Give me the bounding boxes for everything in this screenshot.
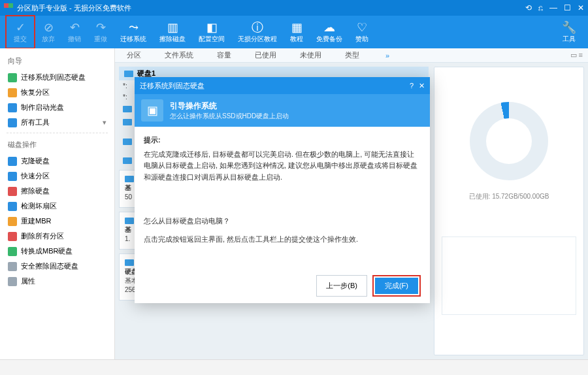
answer-text: 点击完成按钮返回主界面, 然后点击工具栏上的提交使这个操作生效.	[144, 234, 421, 246]
sidebar-item-badsector[interactable]: 检测坏扇区	[0, 199, 114, 214]
dialog-close-icon[interactable]: ✕	[419, 82, 425, 90]
dialog-body: 提示: 在完成克隆或迁移后, 目标硬盘都可以完美启动. 但在极少数的电脑上, 可…	[135, 127, 430, 269]
hint-label: 提示:	[144, 135, 421, 146]
dialog-help-icon[interactable]: ?	[410, 82, 414, 90]
sidebar-item-quickpart[interactable]: 快速分区	[0, 169, 114, 184]
close-icon[interactable]: ✕	[578, 3, 584, 12]
undo-button[interactable]: ↶撤销	[61, 17, 88, 47]
app-logo	[4, 3, 13, 12]
sidebar-item-recover[interactable]: 恢复分区	[0, 85, 114, 100]
discard-button[interactable]: ⊘放弃	[35, 17, 61, 47]
sidebar-item-wipe[interactable]: 擦除硬盘	[0, 184, 114, 199]
backup-button[interactable]: ☁免费备份	[310, 17, 349, 47]
sidebar-item-convertmbr[interactable]: 转换成MBR硬盘	[0, 244, 114, 259]
title-bar: 分区助手专业版 - 无损分区免费软件 ⟲ ⎌ — ☐ ✕	[0, 0, 588, 16]
dialog-titlebar: 迁移系统到固态硬盘 ? ✕	[135, 77, 430, 94]
donate-button[interactable]: ♡赞助	[349, 17, 375, 47]
window-controls: ⟲ ⎌ — ☐ ✕	[525, 3, 584, 12]
prev-button[interactable]: 上一步(B)	[316, 275, 367, 297]
window-title: 分区助手专业版 - 无损分区免费软件	[17, 3, 131, 13]
minimize-icon[interactable]: —	[549, 3, 557, 12]
sidebar-item-rebuildmbr[interactable]: 重建MBR	[0, 214, 114, 229]
refresh-icon[interactable]: ⟲	[525, 3, 532, 12]
migrate-button[interactable]: ⤳迁移系统	[114, 17, 153, 47]
wipe-button[interactable]: ▥擦除磁盘	[153, 17, 192, 47]
sidebar: 向导 迁移系统到固态硬盘 恢复分区 制作启动光盘 所有工具▾ 磁盘操作 克隆硬盘…	[0, 48, 115, 359]
redo-button[interactable]: ↷重做	[88, 17, 114, 47]
question-text: 怎么从目标硬盘启动电脑？	[144, 216, 421, 227]
usage-text: 已使用: 15.72GB/500.00GB	[469, 192, 549, 201]
tutorial-button[interactable]: ⓘ无损分区教程	[231, 17, 284, 47]
status-bar	[0, 359, 588, 375]
sidebar-wizard-head: 向导	[0, 52, 114, 70]
sidebar-item-alltools[interactable]: 所有工具▾	[0, 115, 114, 130]
more-columns-icon[interactable]: »	[374, 52, 401, 59]
usage-panel: 已使用: 15.72GB/500.00GB	[434, 67, 584, 355]
lock-icon[interactable]: ⎌	[538, 3, 543, 12]
hint-text: 在完成克隆或迁移后, 目标硬盘都可以完美启动. 但在极少数的电脑上, 可能无法直…	[144, 149, 421, 184]
sidebar-item-properties[interactable]: 属性	[0, 274, 114, 289]
dialog-footer: 上一步(B) 完成(F)	[135, 269, 430, 303]
boot-os-icon: ▣	[141, 99, 163, 122]
migrate-dialog: 迁移系统到固态硬盘 ? ✕ ▣ 引导操作系统 怎么让操作系统从SSD或HDD硬盘…	[135, 77, 430, 303]
dialog-header: ▣ 引导操作系统 怎么让操作系统从SSD或HDD硬盘上启动	[135, 94, 430, 127]
finish-button[interactable]: 完成(F)	[375, 278, 418, 294]
sidebar-item-migrate-ssd[interactable]: 迁移系统到固态硬盘	[0, 70, 114, 85]
sidebar-item-secure-erase[interactable]: 安全擦除固态硬盘	[0, 259, 114, 274]
tools-button[interactable]: 🔧工具	[555, 17, 583, 47]
sidebar-item-clone[interactable]: 克隆硬盘	[0, 154, 114, 169]
submit-button[interactable]: ✓提交	[7, 17, 33, 47]
column-headers: 分区文件系统容量已使用未使用类型» ▭ ≡	[115, 48, 588, 63]
sidebar-item-bootdisk[interactable]: 制作启动光盘	[0, 100, 114, 115]
maximize-icon[interactable]: ☐	[564, 3, 571, 12]
main-toolbar: ✓提交 ⊘放弃 ↶撤销 ↷重做 ⤳迁移系统 ▥擦除磁盘 ◧配置空间 ⓘ无损分区教…	[0, 16, 588, 48]
help-button[interactable]: ▦教程	[284, 17, 310, 47]
sidebar-diskops-head: 磁盘操作	[0, 136, 114, 154]
space-button[interactable]: ◧配置空间	[192, 17, 231, 47]
donut-chart	[470, 102, 548, 180]
sidebar-item-deleteall[interactable]: 删除所有分区	[0, 229, 114, 244]
